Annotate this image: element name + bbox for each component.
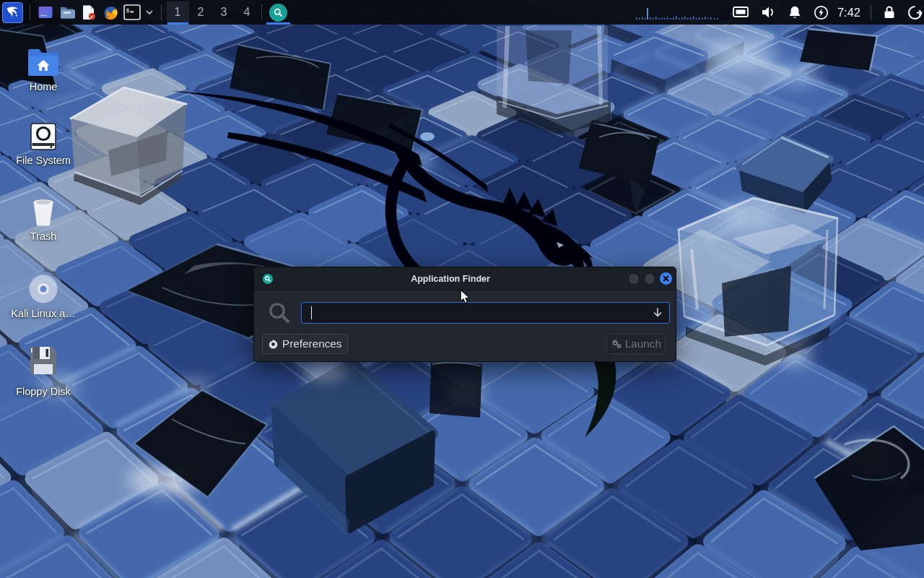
svg-text:$: $ xyxy=(126,7,130,14)
